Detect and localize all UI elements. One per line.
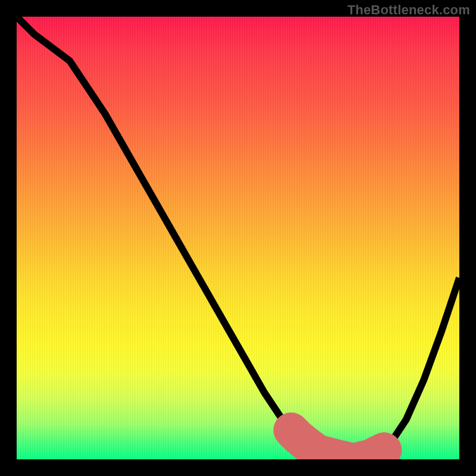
bottleneck-curve [17, 17, 459, 459]
plot-area [17, 17, 459, 459]
optimal-range-highlight [291, 430, 384, 459]
watermark-text: TheBottleneck.com [347, 2, 470, 18]
chart-svg [17, 17, 459, 459]
chart-frame: TheBottleneck.com [0, 0, 476, 476]
